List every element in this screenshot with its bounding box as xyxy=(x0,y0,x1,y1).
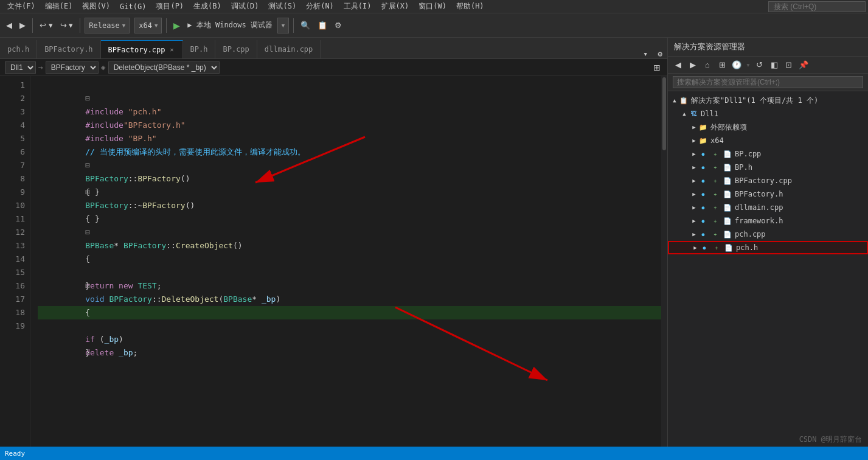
se-frameworkh-item[interactable]: ▶ ● + 📄 framework.h xyxy=(668,214,868,228)
se-extdeps-item[interactable]: ▶ 📁 外部依赖项 xyxy=(668,120,868,134)
line-num-4: 4 xyxy=(0,119,25,132)
scope-dropdown[interactable]: Dll1 xyxy=(5,61,36,74)
menu-project[interactable]: 项目(P) xyxy=(151,0,189,13)
start-debug-button[interactable]: ▶ xyxy=(171,19,182,32)
code-line-12: { xyxy=(38,226,667,239)
menu-help[interactable]: 帮助(H) xyxy=(451,0,489,13)
toolbar-btn-3[interactable]: ⚙ xyxy=(332,19,344,31)
se-forward-btn[interactable]: ▶ xyxy=(686,58,700,72)
pchh-plus-icon: + xyxy=(712,243,721,253)
forward-button[interactable]: ▶ xyxy=(17,19,28,31)
breadcrumb-right: ⊞ xyxy=(651,63,662,72)
menu-view[interactable]: 视图(V) xyxy=(77,0,115,13)
breadcrumb-expand-btn[interactable]: ⊞ xyxy=(651,63,662,72)
fold-11[interactable]: ⊟ xyxy=(85,228,90,237)
line-numbers: 1 2 3 4 5 6 7 8 9 10 11 12 13 14 15 16 1… xyxy=(0,76,30,460)
se-pin-btn[interactable]: 📌 xyxy=(797,58,810,72)
se-pending-btn[interactable]: ⊡ xyxy=(782,58,796,72)
configuration-dropdown[interactable]: Release ▼ xyxy=(85,18,130,33)
code-editor[interactable]: 1 2 3 4 5 6 7 8 9 10 11 12 13 14 15 16 1… xyxy=(0,76,667,460)
se-bpcpp-item[interactable]: ▶ ● + 📄 BP.cpp xyxy=(668,147,868,161)
menu-build[interactable]: 生成(B) xyxy=(189,0,226,13)
fold-8[interactable]: ⊟ xyxy=(85,187,90,197)
tab-settings[interactable]: ⚙ xyxy=(653,49,667,58)
menu-git[interactable]: Git(G) xyxy=(115,0,151,13)
fn-6: BPFactory xyxy=(137,174,180,183)
editor-scrollbar[interactable] xyxy=(661,76,667,460)
class-dropdown[interactable]: BPFactory xyxy=(46,61,99,74)
se-x64-item[interactable]: ▶ 📁 x64 xyxy=(668,134,868,147)
brace-9: { } xyxy=(85,214,99,223)
tab-label-bp-cpp: BP.cpp xyxy=(223,45,249,54)
se-home-btn[interactable]: ⌂ xyxy=(701,58,714,72)
line-num-13: 13 xyxy=(0,239,25,253)
se-bph-item[interactable]: ▶ ● + 📄 BP.h xyxy=(668,161,868,174)
bpfactoryh-file-icon: 📄 xyxy=(723,189,732,199)
main-layout: pch.h BPFactory.h BPFactory.cpp ✕ BP.h B… xyxy=(0,38,868,460)
se-collapse-btn[interactable]: ◧ xyxy=(768,58,781,72)
se-search-input[interactable] xyxy=(673,76,863,88)
tab-bp-cpp[interactable]: BP.cpp xyxy=(215,40,257,58)
fold-1[interactable]: ⊟ xyxy=(85,94,90,103)
bph-chevron: ▶ xyxy=(690,164,698,170)
se-refresh-btn[interactable]: ↺ xyxy=(753,58,766,72)
se-filter-btn[interactable]: ⊞ xyxy=(715,58,729,72)
se-back-btn[interactable]: ◀ xyxy=(672,58,685,72)
dllmaincpp-plus-icon: + xyxy=(710,203,720,212)
frameworkh-label: framework.h xyxy=(735,217,783,225)
tab-dllmain-cpp[interactable]: dllmain.cpp xyxy=(257,40,321,58)
search-input[interactable] xyxy=(768,1,866,12)
platform-dropdown[interactable]: x64 ▼ xyxy=(134,18,162,33)
tab-close-bpfactory-cpp[interactable]: ✕ xyxy=(169,46,175,54)
editor-tabs: pch.h BPFactory.h BPFactory.cpp ✕ BP.h B… xyxy=(0,38,667,59)
pchcpp-plus-icon: + xyxy=(710,229,720,239)
se-project-item[interactable]: ▲ 🏗 Dll1 xyxy=(668,107,868,120)
menu-window[interactable]: 窗口(W) xyxy=(414,0,451,13)
se-solution-item[interactable]: ▲ 📋 解决方案"Dll1"(1 个项目/共 1 个) xyxy=(668,94,868,107)
se-bpfactoryh-item[interactable]: ▶ ● + 📄 BPFactory.h xyxy=(668,187,868,201)
solution-explorer-header: 解决方案资源管理器 xyxy=(668,38,868,57)
tab-bpfactory-h[interactable]: BPFactory.h xyxy=(37,40,100,58)
menu-analyze[interactable]: 分析(N) xyxy=(301,0,339,13)
se-clock-btn[interactable]: 🕐 xyxy=(730,58,743,72)
toolbar-btn-2[interactable]: 📋 xyxy=(315,19,330,31)
menu-file[interactable]: 文件(F) xyxy=(2,0,40,13)
toolbar-btn-1[interactable]: 🔍 xyxy=(298,19,313,31)
debug-dropdown[interactable]: ▼ xyxy=(277,18,289,33)
line-num-2: 2 xyxy=(0,92,25,105)
code-line-1: ⊟ #include "pch.h" xyxy=(38,78,667,92)
tab-bpfactory-cpp[interactable]: BPFactory.cpp ✕ xyxy=(101,40,183,58)
menu-debug[interactable]: 调试(D) xyxy=(226,0,264,13)
scrollbar-thumb[interactable] xyxy=(662,77,666,150)
menu-tools[interactable]: 工具(I) xyxy=(339,0,377,13)
dllmaincpp-label: dllmain.cpp xyxy=(735,203,783,212)
tab-bp-h[interactable]: BP.h xyxy=(183,40,216,58)
bpcpp-plus-icon: + xyxy=(710,149,720,159)
menu-edit[interactable]: 编辑(E) xyxy=(40,0,78,13)
redo-group-button[interactable]: ↪ ▾ xyxy=(58,19,76,31)
tab-overflow[interactable]: ▾ xyxy=(638,49,653,58)
bpfactorycpp-dot-icon: ● xyxy=(698,176,708,186)
solution-icon: 📋 xyxy=(679,96,689,105)
tab-pch-h[interactable]: pch.h xyxy=(0,40,37,58)
method-dropdown[interactable]: DeleteObject(BPBase * _bp) xyxy=(108,61,220,74)
editor-area: pch.h BPFactory.h BPFactory.cpp ✕ BP.h B… xyxy=(0,38,667,460)
line-num-14: 14 xyxy=(0,253,25,266)
fold-6[interactable]: ⊟ xyxy=(85,161,90,170)
frameworkh-plus-icon: + xyxy=(710,216,720,226)
undo-group-button[interactable]: ↩ ▾ xyxy=(37,19,55,31)
bpfactorycpp-chevron: ▶ xyxy=(690,178,698,184)
se-pchh-item[interactable]: ▶ ● + 📄 pch.h xyxy=(668,241,868,254)
menu-extensions[interactable]: 扩展(X) xyxy=(377,0,414,13)
se-dllmaincpp-item[interactable]: ▶ ● + 📄 dllmain.cpp xyxy=(668,201,868,214)
bpfactoryh-plus-icon: + xyxy=(710,189,720,199)
menu-test[interactable]: 测试(S) xyxy=(263,0,301,13)
fold-15[interactable]: ⊟ xyxy=(85,281,90,290)
str-3: "BP.h" xyxy=(128,134,157,143)
code-line-15: ⊟ void BPFactory::DeleteObject(BPBase* _… xyxy=(38,266,667,279)
back-button[interactable]: ◀ xyxy=(4,19,15,31)
separator-3 xyxy=(166,18,167,33)
se-pchcpp-item[interactable]: ▶ ● + 📄 pch.cpp xyxy=(668,228,868,241)
se-bpfactorycpp-item[interactable]: ▶ ● + 📄 BPFactory.cpp xyxy=(668,174,868,187)
bpcpp-dot-icon: ● xyxy=(698,149,708,159)
